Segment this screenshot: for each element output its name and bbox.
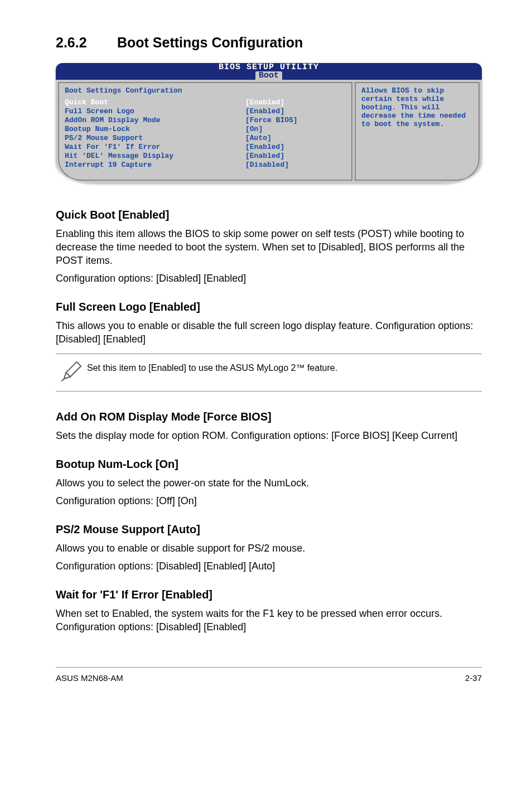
full-screen-logo-body: This allows you to enable or disable the… bbox=[56, 319, 482, 346]
full-screen-logo-heading: Full Screen Logo [Enabled] bbox=[56, 301, 482, 313]
bios-title: BIOS SETUP UTILITY bbox=[56, 63, 482, 71]
bios-row-value: [Enabled] bbox=[245, 98, 346, 107]
bios-row-value: [Enabled] bbox=[245, 152, 346, 161]
waitf1-heading: Wait for 'F1' If Error [Enabled] bbox=[56, 588, 482, 601]
bios-row: Full Screen Logo[Enabled] bbox=[65, 107, 346, 116]
bios-row-label: Hit 'DEL' Message Display bbox=[65, 152, 245, 161]
bios-row: PS/2 Mouse Support[Auto] bbox=[65, 134, 346, 143]
bios-row: AddOn ROM Display Mode[Force BIOS] bbox=[65, 116, 346, 125]
bios-row-label: Bootup Num-Lock bbox=[65, 125, 245, 134]
bios-row: Quick Boot[Enabled] bbox=[65, 98, 346, 107]
bios-row: Interrupt 19 Capture[Disabled] bbox=[65, 161, 346, 170]
bios-row-value: [Force BIOS] bbox=[245, 116, 346, 125]
bios-row-label: Quick Boot bbox=[65, 98, 245, 107]
page-footer: ASUS M2N68-AM 2-37 bbox=[56, 667, 482, 683]
addon-rom-block: Add On ROM Display Mode [Force BIOS] Set… bbox=[56, 410, 482, 442]
bios-row-label: AddOn ROM Display Mode bbox=[65, 116, 245, 125]
section-heading: 2.6.2Boot Settings Configuration bbox=[56, 35, 482, 51]
ps2-heading: PS/2 Mouse Support [Auto] bbox=[56, 523, 482, 536]
addon-rom-heading: Add On ROM Display Mode [Force BIOS] bbox=[56, 410, 482, 423]
bios-left-panel: Boot Settings Configuration Quick Boot[E… bbox=[58, 82, 352, 181]
waitf1-block: Wait for 'F1' If Error [Enabled] When se… bbox=[56, 588, 482, 634]
note-box: Set this item to [Enabled] to use the AS… bbox=[56, 354, 482, 392]
addon-rom-body: Sets the display mode for option ROM. Co… bbox=[56, 429, 482, 442]
footer-left: ASUS M2N68-AM bbox=[56, 673, 123, 683]
waitf1-body: When set to Enabled, the system waits fo… bbox=[56, 607, 482, 634]
bios-row-label: Interrupt 19 Capture bbox=[65, 161, 245, 170]
numlock-body1: Allows you to select the power-on state … bbox=[56, 476, 482, 490]
bios-row-label: PS/2 Mouse Support bbox=[65, 134, 245, 143]
bios-window: BIOS SETUP UTILITY Boot Boot Settings Co… bbox=[56, 63, 482, 183]
note-text: Set this item to [Enabled] to use the AS… bbox=[87, 361, 337, 374]
footer-right: 2-37 bbox=[465, 673, 482, 683]
pencil-icon bbox=[56, 361, 87, 384]
section-number: 2.6.2 bbox=[56, 35, 117, 51]
numlock-body2: Configuration options: [Off] [On] bbox=[56, 494, 482, 508]
bios-row: Bootup Num-Lock[On] bbox=[65, 125, 346, 134]
bios-row-value: [Auto] bbox=[245, 134, 346, 143]
bios-help-text: Allows BIOS to skip certain tests while … bbox=[361, 86, 466, 128]
bios-help-panel: Allows BIOS to skip certain tests while … bbox=[355, 82, 480, 181]
bios-row: Wait For 'F1' If Error[Enabled] bbox=[65, 143, 346, 152]
quick-boot-block: Quick Boot [Enabled] Enabling this item … bbox=[56, 209, 482, 285]
bios-row: Hit 'DEL' Message Display[Enabled] bbox=[65, 152, 346, 161]
numlock-heading: Bootup Num-Lock [On] bbox=[56, 458, 482, 471]
bios-settings-table: Quick Boot[Enabled]Full Screen Logo[Enab… bbox=[65, 98, 346, 170]
bios-row-label: Full Screen Logo bbox=[65, 107, 245, 116]
bios-tab-boot: Boot bbox=[255, 71, 282, 80]
bios-row-value: [Enabled] bbox=[245, 107, 346, 116]
ps2-block: PS/2 Mouse Support [Auto] Allows you to … bbox=[56, 523, 482, 573]
quick-boot-body1: Enabling this item allows the BIOS to sk… bbox=[56, 227, 482, 267]
quick-boot-body2: Configuration options: [Disabled] [Enabl… bbox=[56, 272, 482, 285]
bios-row-label: Wait For 'F1' If Error bbox=[65, 143, 245, 152]
section-title: Boot Settings Configuration bbox=[117, 35, 303, 50]
bios-row-value: [Disabled] bbox=[245, 161, 346, 170]
ps2-body1: Allows you to enable or disable support … bbox=[56, 542, 482, 555]
bios-panel-title: Boot Settings Configuration bbox=[65, 86, 346, 95]
bios-row-value: [On] bbox=[245, 125, 346, 134]
full-screen-logo-block: Full Screen Logo [Enabled] This allows y… bbox=[56, 301, 482, 346]
quick-boot-heading: Quick Boot [Enabled] bbox=[56, 209, 482, 221]
bios-row-value: [Enabled] bbox=[245, 143, 346, 152]
bios-titlebar: BIOS SETUP UTILITY Boot bbox=[56, 63, 482, 80]
numlock-block: Bootup Num-Lock [On] Allows you to selec… bbox=[56, 458, 482, 508]
ps2-body2: Configuration options: [Disabled] [Enabl… bbox=[56, 559, 482, 573]
